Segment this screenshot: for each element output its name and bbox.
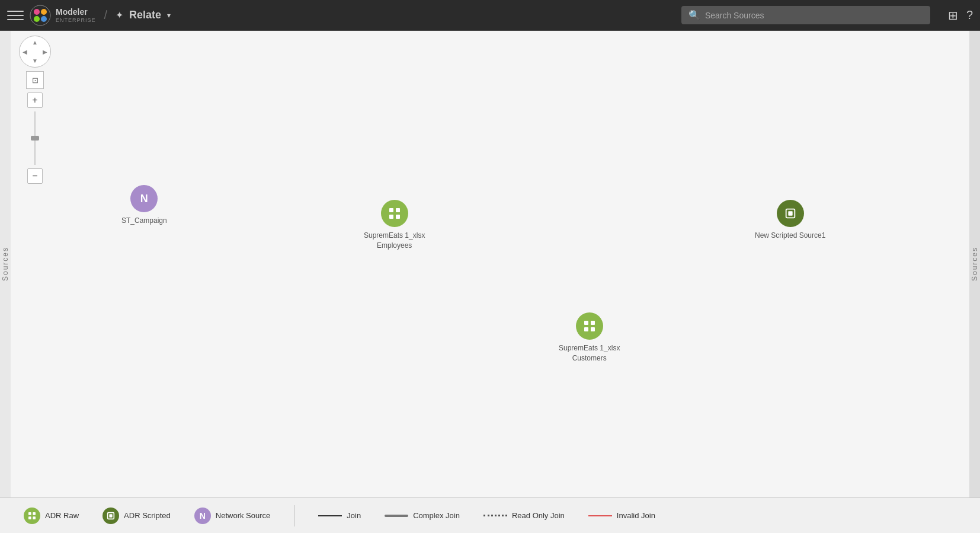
svg-rect-10	[788, 211, 792, 215]
node-new-scripted-source1[interactable]: New Scripted Source1	[755, 200, 825, 241]
scripted-icon	[784, 207, 797, 220]
node-supremeats-employees[interactable]: SupremEats 1_xlsxEmployees	[364, 200, 425, 251]
complex-join-label: Complex Join	[413, 511, 460, 520]
read-only-join-line	[483, 515, 507, 516]
svg-rect-13	[584, 327, 588, 331]
join-line	[318, 515, 342, 516]
app-sub: ENTERPRISE	[56, 17, 96, 23]
legend-divider	[294, 505, 294, 526]
main-area: Sources ▲ ◀ ▶ ▼ ⊡ + −	[0, 31, 980, 497]
node-label-st-campaign: ST_Campaign	[121, 216, 167, 226]
node-supremeats-customers[interactable]: SupremEats 1_xlsxCustomers	[559, 312, 620, 363]
svg-rect-8	[396, 215, 400, 219]
legend-network-source-label: Network Source	[216, 511, 270, 520]
invalid-join-line	[588, 515, 612, 516]
search-icon: 🔍	[688, 9, 700, 21]
zoom-slider-thumb[interactable]	[31, 136, 39, 141]
header: Modeler ENTERPRISE / ✦ Relate ▾ 🔍 ⊞ ?	[0, 0, 980, 31]
modeler-logo	[30, 5, 51, 26]
node-st-campaign[interactable]: N ST_Campaign	[121, 185, 167, 226]
svg-point-3	[34, 16, 40, 22]
pan-control[interactable]: ▲ ◀ ▶ ▼	[19, 36, 51, 68]
legend-join: Join	[318, 511, 361, 520]
canvas[interactable]: ▲ ◀ ▶ ▼ ⊡ + − N ST_Campaign	[11, 31, 969, 497]
node-icon-st-campaign: N	[130, 185, 158, 212]
node-label-supremeats-employees: SupremEats 1_xlsxEmployees	[364, 231, 425, 251]
read-only-join-label: Read Only Join	[512, 511, 565, 520]
svg-rect-17	[28, 516, 31, 519]
footer-legend: ADR Raw ADR Scripted N Network Source Jo…	[0, 497, 980, 533]
legend-adr-raw-label: ADR Raw	[45, 511, 79, 520]
svg-rect-5	[389, 208, 393, 212]
svg-rect-20	[109, 514, 112, 517]
legend-adr-raw: ADR Raw	[24, 508, 79, 524]
adr-scripted-icon	[106, 511, 116, 521]
path-separator: /	[104, 8, 108, 22]
complex-join-line	[385, 515, 408, 517]
pan-down-arrow[interactable]: ▼	[32, 58, 38, 64]
legend-adr-scripted-label: ADR Scripted	[124, 511, 171, 520]
legend-adr-scripted-icon	[103, 508, 119, 524]
zoom-out-button[interactable]: −	[27, 168, 43, 184]
legend-network-source: N Network Source	[194, 508, 270, 524]
node-label-supremeats-customers: SupremEats 1_xlsxCustomers	[559, 343, 620, 363]
grid-icon-2	[582, 319, 597, 333]
zoom-in-button[interactable]: +	[27, 92, 43, 108]
app-name: Modeler	[56, 7, 96, 17]
left-tab-label: Sources	[1, 247, 9, 281]
svg-rect-12	[591, 321, 595, 325]
grid-view-button[interactable]: ⊞	[948, 8, 958, 23]
left-sources-tab[interactable]: Sources	[0, 31, 11, 497]
svg-rect-16	[33, 512, 36, 515]
pan-left-arrow[interactable]: ◀	[23, 49, 27, 55]
legend-adr-scripted: ADR Scripted	[103, 508, 171, 524]
svg-rect-7	[389, 215, 393, 219]
fit-to-screen-button[interactable]: ⊡	[26, 71, 44, 89]
search-bar[interactable]: 🔍	[681, 6, 930, 24]
node-icon-supremeats-customers	[576, 312, 603, 340]
svg-rect-6	[396, 208, 400, 212]
svg-rect-15	[28, 512, 31, 515]
relate-label: Relate	[129, 9, 161, 21]
header-right: ⊞ ?	[948, 8, 973, 23]
node-icon-new-scripted-source1	[777, 200, 804, 227]
svg-rect-11	[584, 321, 588, 325]
hamburger-button[interactable]	[7, 7, 24, 24]
right-tab-label: Sources	[971, 247, 979, 281]
search-input[interactable]	[705, 11, 923, 20]
join-label: Join	[347, 511, 361, 520]
pan-up-arrow[interactable]: ▲	[32, 39, 38, 46]
svg-point-4	[41, 16, 47, 22]
svg-point-1	[34, 9, 40, 15]
zoom-controls: ▲ ◀ ▶ ▼ ⊡ + −	[19, 36, 51, 184]
legend-complex-join: Complex Join	[385, 511, 460, 520]
grid-icon	[387, 206, 402, 221]
svg-rect-14	[591, 327, 595, 331]
right-sources-tab[interactable]: Sources	[969, 31, 980, 497]
legend-adr-raw-icon	[24, 508, 40, 524]
svg-rect-18	[33, 516, 36, 519]
logo-area: Modeler ENTERPRISE	[30, 5, 96, 26]
help-button[interactable]: ?	[966, 8, 973, 22]
tool-icon: ✦	[116, 9, 123, 21]
legend-invalid-join: Invalid Join	[588, 511, 655, 520]
pan-right-arrow[interactable]: ▶	[43, 49, 47, 55]
relate-dropdown[interactable]: ▾	[167, 11, 171, 20]
node-label-new-scripted-source1: New Scripted Source1	[755, 231, 825, 241]
node-icon-supremeats-employees	[381, 200, 408, 227]
svg-point-2	[41, 9, 47, 15]
legend-read-only-join: Read Only Join	[483, 511, 565, 520]
invalid-join-label: Invalid Join	[617, 511, 655, 520]
svg-point-0	[30, 5, 50, 25]
zoom-slider[interactable]	[34, 111, 36, 165]
adr-raw-grid-icon	[27, 511, 37, 521]
legend-network-source-icon: N	[194, 508, 211, 524]
